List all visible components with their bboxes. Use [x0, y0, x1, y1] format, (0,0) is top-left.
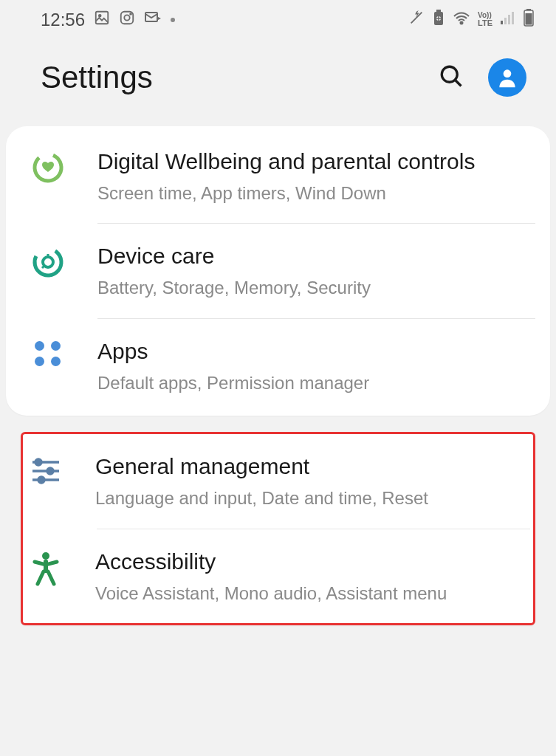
accessibility-icon [26, 551, 66, 587]
svg-rect-8 [436, 10, 441, 12]
settings-group-highlighted: General management Language and input, D… [21, 432, 535, 625]
svg-line-19 [456, 80, 461, 86]
svg-point-20 [504, 69, 512, 78]
status-time: 12:56 [41, 10, 85, 30]
instagram-icon [119, 10, 135, 30]
svg-point-29 [38, 477, 44, 483]
settings-item-general-management[interactable]: General management Language and input, D… [23, 434, 533, 528]
item-title: Accessibility [95, 547, 511, 576]
settings-item-accessibility[interactable]: Accessibility Voice Assistant, Mono audi… [23, 529, 533, 623]
svg-rect-14 [512, 12, 514, 24]
item-title: Device care [97, 241, 528, 270]
notification-dot-icon [171, 18, 175, 22]
settings-item-digital-wellbeing[interactable]: Digital Wellbeing and parental controls … [6, 129, 550, 223]
svg-rect-11 [501, 21, 503, 24]
svg-point-4 [130, 13, 131, 15]
volte-icon: Vo)) LTE [478, 12, 492, 27]
svg-rect-0 [96, 11, 109, 24]
status-left: 12:56 [41, 10, 175, 30]
item-subtitle: Voice Assistant, Mono audio, Assistant m… [95, 582, 511, 605]
vibrate-icon [408, 10, 425, 30]
svg-rect-13 [508, 15, 510, 24]
item-subtitle: Default apps, Permission manager [97, 371, 528, 395]
svg-point-23 [43, 257, 53, 267]
svg-rect-17 [526, 13, 532, 25]
sliders-icon [26, 456, 66, 486]
image-icon [94, 10, 110, 30]
svg-point-18 [442, 66, 457, 82]
heart-circle-icon [28, 151, 68, 184]
settings-item-device-care[interactable]: Device care Battery, Storage, Memory, Se… [6, 224, 550, 317]
search-icon [438, 63, 464, 89]
svg-point-3 [124, 15, 129, 20]
item-subtitle: Screen time, App timers, Wind Down [97, 182, 528, 205]
status-right: Vo)) LTE [408, 9, 534, 30]
svg-point-1 [99, 14, 101, 16]
battery-saver-icon [432, 10, 445, 30]
person-icon [495, 66, 519, 89]
svg-point-27 [47, 468, 53, 474]
signal-icon [500, 10, 516, 29]
header-actions [438, 58, 526, 97]
wifi-icon [453, 10, 470, 29]
settings-header: Settings [0, 36, 556, 126]
mail-icon [144, 10, 162, 30]
item-title: Digital Wellbeing and parental controls [97, 147, 528, 176]
svg-point-22 [32, 246, 64, 278]
settings-group: Digital Wellbeing and parental controls … [6, 126, 550, 416]
item-title: Apps [97, 337, 528, 365]
apps-icon [28, 341, 68, 366]
svg-point-10 [461, 22, 463, 24]
svg-point-30 [42, 552, 49, 560]
profile-button[interactable] [488, 58, 526, 97]
item-title: General management [95, 452, 511, 481]
status-bar: 12:56 Vo)) LTE [0, 0, 556, 36]
battery-icon [524, 9, 534, 30]
item-subtitle: Language and input, Date and time, Reset [95, 487, 511, 510]
page-title: Settings [41, 60, 153, 95]
device-care-icon [28, 246, 68, 278]
svg-rect-12 [504, 18, 507, 24]
svg-point-25 [35, 459, 41, 465]
settings-item-apps[interactable]: Apps Default apps, Permission manager [6, 319, 550, 413]
item-subtitle: Battery, Storage, Memory, Security [97, 276, 528, 300]
search-button[interactable] [438, 63, 464, 92]
